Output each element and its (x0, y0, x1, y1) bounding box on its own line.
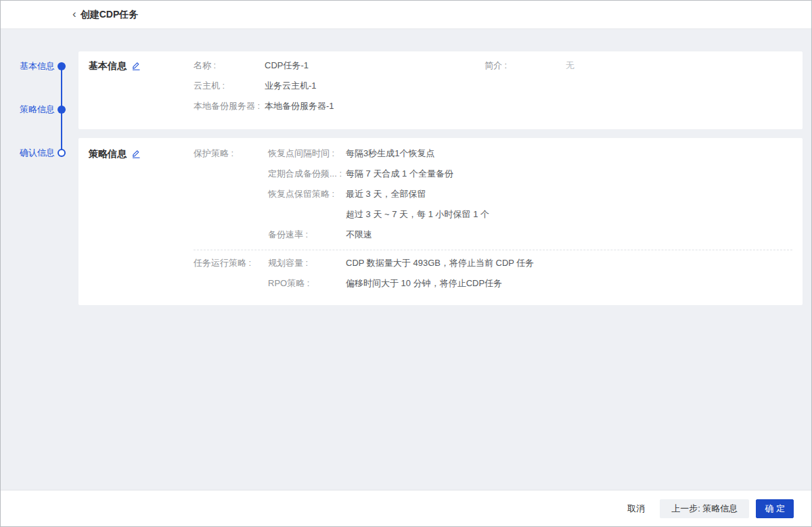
main-content: 基本信息 名称 : CDP任务-1 云主机 : (78, 51, 803, 314)
policy-row-planned-capacity: 规划容量 : CDP 数据量大于 493GB，将停止当前 CDP 任务 (268, 256, 792, 270)
group-label: 保护策略 : (194, 147, 268, 248)
field-value: 本地备份服务器-1 (265, 99, 334, 113)
basic-info-card: 基本信息 名称 : CDP任务-1 云主机 : (78, 51, 803, 129)
policy-row-backup-speed: 备份速率 : 不限速 (268, 228, 792, 242)
card-title: 策略信息 (89, 147, 127, 160)
field-label: 定期合成备份频... : (268, 167, 346, 181)
stepper-step-label: 确认信息 (20, 147, 55, 159)
field-label: 本地备份服务器 : (194, 99, 265, 113)
field-row-cloud-host: 云主机 : 业务云主机-1 (194, 79, 334, 93)
policy-row-retention-2: 超过 3 天 ~ 7 天，每 1 小时保留 1 个 (268, 208, 792, 221)
protect-policy-rows: 恢复点间隔时间 : 每隔3秒生成1个恢复点 定期合成备份频... : 每隔 7 … (268, 147, 792, 248)
field-row-description: 简介 : 无 (484, 59, 574, 72)
filled-dot-icon (58, 106, 66, 114)
page-body: 基本信息 策略信息 确认信息 基本信息 (1, 29, 811, 491)
field-label: 恢复点保留策略 : (268, 187, 346, 201)
previous-step-button[interactable]: 上一步: 策略信息 (660, 499, 749, 518)
basic-info-fields: 名称 : CDP任务-1 云主机 : 业务云主机-1 本地备份服务器 : 本地备… (194, 59, 334, 120)
create-cdp-task-page: ‹ 创建CDP任务 基本信息 策略信息 确认信息 (0, 0, 812, 527)
field-value: 偏移时间大于 10 分钟，将停止CDP任务 (346, 277, 502, 290)
stepper-step-label: 基本信息 (20, 60, 55, 72)
field-value: 每隔 7 天合成 1 个全量备份 (346, 167, 453, 181)
field-label (268, 208, 346, 221)
group-label: 任务运行策略 : (194, 256, 268, 297)
confirm-button[interactable]: 确 定 (756, 499, 794, 518)
runtime-policy-group: 任务运行策略 : 规划容量 : CDP 数据量大于 493GB，将停止当前 CD… (194, 256, 792, 297)
field-label: 规划容量 : (268, 256, 346, 270)
policy-row-rpo: RPO策略 : 偏移时间大于 10 分钟，将停止CDP任务 (268, 277, 792, 290)
field-label: RPO策略 : (268, 277, 346, 290)
field-label: 备份速率 : (268, 228, 346, 242)
chevron-left-icon: ‹ (72, 8, 76, 20)
basic-info-card-header: 基本信息 (78, 59, 194, 120)
field-label: 恢复点间隔时间 : (268, 147, 346, 160)
page-title: 创建CDP任务 (81, 9, 139, 21)
filled-dot-icon (58, 62, 66, 70)
stepper-step-policy-info[interactable]: 策略信息 (20, 104, 71, 116)
field-label: 云主机 : (194, 79, 265, 93)
field-value: CDP任务-1 (265, 59, 309, 72)
back-button[interactable]: ‹ (72, 8, 81, 21)
field-value: 超过 3 天 ~ 7 天，每 1 小时保留 1 个 (346, 208, 489, 221)
field-value: 无 (566, 59, 574, 72)
runtime-policy-rows: 规划容量 : CDP 数据量大于 493GB，将停止当前 CDP 任务 RPO策… (268, 256, 792, 297)
field-label: 简介 : (484, 59, 566, 72)
field-label: 名称 : (194, 59, 265, 72)
policy-info-body: 保护策略 : 恢复点间隔时间 : 每隔3秒生成1个恢复点 定期合成备份频... … (194, 147, 792, 297)
footer-action-bar: 取消 上一步: 策略信息 确 定 (1, 490, 811, 526)
stepper-step-basic-info[interactable]: 基本信息 (20, 60, 71, 72)
policy-info-card-header: 策略信息 (78, 147, 194, 297)
policy-row-synthesis-frequency: 定期合成备份频... : 每隔 7 天合成 1 个全量备份 (268, 167, 792, 181)
edit-pencil-icon[interactable] (131, 149, 141, 158)
cancel-button[interactable]: 取消 (627, 503, 645, 515)
hollow-dot-icon (58, 149, 66, 157)
field-row-name: 名称 : CDP任务-1 (194, 59, 334, 72)
protect-policy-group: 保护策略 : 恢复点间隔时间 : 每隔3秒生成1个恢复点 定期合成备份频... … (194, 147, 792, 248)
stepper-step-confirm-info[interactable]: 确认信息 (20, 147, 71, 159)
page-header: ‹ 创建CDP任务 (1, 1, 811, 29)
field-row-backup-server: 本地备份服务器 : 本地备份服务器-1 (194, 99, 334, 113)
stepper-step-label: 策略信息 (20, 104, 55, 116)
dashed-divider (194, 250, 792, 250)
field-value: 不限速 (346, 228, 372, 242)
policy-row-retention: 恢复点保留策略 : 最近 3 天，全部保留 (268, 187, 792, 201)
field-value: 每隔3秒生成1个恢复点 (346, 147, 434, 160)
field-value: 业务云主机-1 (265, 79, 317, 93)
card-title: 基本信息 (89, 59, 127, 72)
field-value: CDP 数据量大于 493GB，将停止当前 CDP 任务 (346, 256, 534, 270)
stepper: 基本信息 策略信息 确认信息 (1, 29, 78, 491)
policy-row-recovery-interval: 恢复点间隔时间 : 每隔3秒生成1个恢复点 (268, 147, 792, 160)
policy-info-card: 策略信息 保护策略 : 恢复点间隔时间 : (78, 138, 803, 305)
field-value: 最近 3 天，全部保留 (346, 187, 426, 201)
edit-pencil-icon[interactable] (131, 61, 141, 70)
